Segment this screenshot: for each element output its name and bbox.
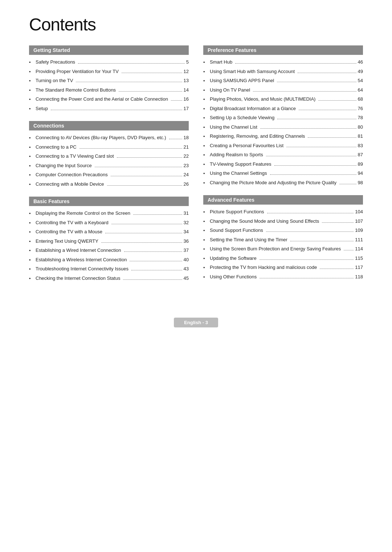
list-item: •Controlling the TV with a Keyboard32 xyxy=(29,219,189,227)
bullet-icon: • xyxy=(203,68,210,76)
list-item: •Protecting the TV from Hacking and mali… xyxy=(203,264,363,271)
section-advanced-features: Advanced Features•Picture Support Functi… xyxy=(203,195,363,281)
list-item: •Connecting to a PC21 xyxy=(29,144,189,151)
list-item: •Setting the Time and Using the Timer111 xyxy=(203,236,363,244)
list-item: •Connecting with a Mobile Device26 xyxy=(29,181,189,188)
bullet-icon: • xyxy=(29,153,36,160)
list-item: •Computer Connection Precautions24 xyxy=(29,171,189,179)
list-item: •Using On TV Panel64 xyxy=(203,86,363,94)
bullet-icon: • xyxy=(29,77,36,85)
list-item: •Registering, Removing, and Editing Chan… xyxy=(203,133,363,140)
list-item: •Changing the Picture Mode and Adjusting… xyxy=(203,179,363,187)
list-item: •Connecting to a TV Viewing Card slot22 xyxy=(29,153,189,160)
bullet-icon: • xyxy=(203,59,210,66)
bullet-icon: • xyxy=(29,257,36,264)
list-item: •Using SAMSUNG APPS Panel54 xyxy=(203,77,363,85)
right-column: Preference Features•Smart Hub46•Using Sm… xyxy=(203,45,363,291)
bullet-icon: • xyxy=(29,238,36,245)
bullet-icon: • xyxy=(203,142,210,150)
bullet-icon: • xyxy=(203,264,210,271)
list-item: •Turning on the TV13 xyxy=(29,77,189,85)
bullet-icon: • xyxy=(203,218,210,225)
section-basic-features: Basic Features•Displaying the Remote Con… xyxy=(29,197,189,282)
list-item: •Establishing a Wireless Internet Connec… xyxy=(29,256,189,264)
list-item: •Establishing a Wired Internet Connectio… xyxy=(29,247,189,254)
bullet-icon: • xyxy=(29,172,36,179)
list-item: •Troubleshooting Internet Connectivity I… xyxy=(29,265,189,273)
list-item: •Playing Photos, Videos, and Music (MULT… xyxy=(203,96,363,103)
bullet-icon: • xyxy=(203,161,210,168)
bullet-icon: • xyxy=(203,255,210,262)
list-item: •Using the Channel List80 xyxy=(203,124,363,131)
bullet-icon: • xyxy=(29,96,36,103)
bullet-icon: • xyxy=(203,227,210,234)
left-column: Getting Started•Safety Precautions5•Prov… xyxy=(29,45,189,291)
list-item: •Controlling the TV with a Mouse34 xyxy=(29,228,189,236)
bullet-icon: • xyxy=(203,209,210,216)
bullet-icon: • xyxy=(203,133,210,140)
bullet-icon: • xyxy=(203,124,210,131)
section-header-preference-features: Preference Features xyxy=(203,45,363,55)
bullet-icon: • xyxy=(203,114,210,122)
list-item: •Setting Up a Schedule Viewing78 xyxy=(203,114,363,122)
list-item: •Entering Text Using QWERTY36 xyxy=(29,238,189,245)
list-item: •Digital Broadcast Information at a Glan… xyxy=(203,105,363,113)
list-item: •Checking the Internet Connection Status… xyxy=(29,275,189,282)
section-header-advanced-features: Advanced Features xyxy=(203,195,363,205)
bullet-icon: • xyxy=(203,152,210,159)
bullet-icon: • xyxy=(203,96,210,103)
bullet-icon: • xyxy=(29,219,36,227)
bullet-icon: • xyxy=(29,229,36,236)
list-item: •Displaying the Remote Control on the Sc… xyxy=(29,210,189,217)
page-title: Contents xyxy=(29,15,363,35)
list-item: •Sound Support Functions109 xyxy=(203,227,363,234)
bullet-icon: • xyxy=(203,274,210,281)
bullet-icon: • xyxy=(29,162,36,170)
list-item: •Picture Support Functions104 xyxy=(203,208,363,216)
bullet-icon: • xyxy=(29,134,36,142)
section-header-basic-features: Basic Features xyxy=(29,197,189,206)
list-item: •Providing Proper Ventilation for Your T… xyxy=(29,68,189,76)
bullet-icon: • xyxy=(29,144,36,151)
bullet-icon: • xyxy=(203,105,210,113)
list-item: •Using the Screen Burn Protection and En… xyxy=(203,245,363,253)
footer-text: English - 3 xyxy=(174,318,218,327)
list-item: •Changing the Sound Mode and Using Sound… xyxy=(203,218,363,225)
list-item: •Using Smart Hub with Samsung Account49 xyxy=(203,68,363,76)
footer: English - 3 xyxy=(29,320,363,325)
list-item: •Changing the Input Source23 xyxy=(29,162,189,170)
bullet-icon: • xyxy=(29,210,36,217)
section-header-getting-started: Getting Started xyxy=(29,45,189,55)
bullet-icon: • xyxy=(203,170,210,177)
bullet-icon: • xyxy=(203,87,210,94)
list-item: •Adding Realism to Sports87 xyxy=(203,151,363,159)
list-item: •Connecting the Power Cord and the Aeria… xyxy=(29,96,189,103)
list-item: •TV-Viewing Support Features89 xyxy=(203,161,363,168)
section-connections: Connections•Connecting to AV Devices (Bl… xyxy=(29,121,189,188)
list-item: •Updating the Software115 xyxy=(203,255,363,262)
bullet-icon: • xyxy=(29,59,36,66)
section-header-connections: Connections xyxy=(29,121,189,130)
section-getting-started: Getting Started•Safety Precautions5•Prov… xyxy=(29,45,189,112)
section-preference-features: Preference Features•Smart Hub46•Using Sm… xyxy=(203,45,363,186)
bullet-icon: • xyxy=(29,105,36,113)
bullet-icon: • xyxy=(29,266,36,273)
bullet-icon: • xyxy=(29,275,36,282)
bullet-icon: • xyxy=(203,180,210,187)
bullet-icon: • xyxy=(203,246,210,253)
list-item: •Setup17 xyxy=(29,105,189,113)
bullet-icon: • xyxy=(203,237,210,244)
list-item: •Smart Hub46 xyxy=(203,59,363,66)
bullet-icon: • xyxy=(29,181,36,188)
list-item: •Creating a Personal Favourites List83 xyxy=(203,142,363,150)
content-columns: Getting Started•Safety Precautions5•Prov… xyxy=(29,45,363,291)
list-item: •Using the Channel Settings94 xyxy=(203,170,363,177)
bullet-icon: • xyxy=(203,77,210,85)
list-item: •Connecting to AV Devices (Blu-ray Playe… xyxy=(29,134,189,142)
list-item: •The Standard Remote Control Buttons14 xyxy=(29,86,189,94)
list-item: •Safety Precautions5 xyxy=(29,59,189,66)
bullet-icon: • xyxy=(29,87,36,94)
bullet-icon: • xyxy=(29,68,36,76)
list-item: •Using Other Functions118 xyxy=(203,273,363,281)
bullet-icon: • xyxy=(29,247,36,254)
